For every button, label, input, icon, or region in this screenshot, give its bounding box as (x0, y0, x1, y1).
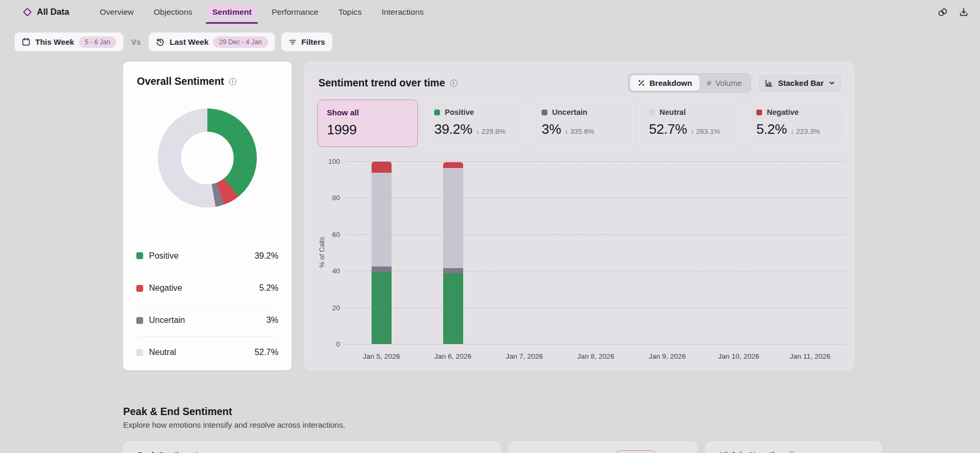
last-week-label: Last Week (169, 37, 208, 46)
tab-objections[interactable]: Objections (154, 0, 192, 24)
date-range-last-week-button[interactable]: Last Week 29 Dec - 4 Jan (148, 32, 275, 52)
legend-label: Uncertain (149, 316, 185, 325)
y-tick-label: 0 (336, 340, 340, 348)
tab-topics[interactable]: Topics (338, 0, 362, 24)
neutral-swatch (136, 349, 143, 356)
gridline: 0 (346, 344, 846, 344)
summary-card-uncertain[interactable]: Uncertain 3% ↓ 335.6% (532, 100, 633, 147)
peak-sentiment-card-title: Peak Sentiment (137, 450, 198, 453)
bar-segment-uncertain[interactable] (443, 268, 463, 273)
x-tick-label: Jan 10, 2026 (718, 352, 759, 360)
this-week-label: This Week (35, 37, 74, 46)
summary-card-positive[interactable]: Positive 39.2% ↓ 229.8% (425, 100, 525, 147)
app-name: All Data (37, 7, 69, 17)
volume-toggle-button[interactable]: # Volume (699, 75, 749, 91)
x-tick-label: Jan 8, 2026 (577, 352, 615, 360)
delta-badge: ↓ 335.6% (565, 127, 594, 135)
legend-label: Neutral (149, 348, 176, 357)
legend-row-uncertain[interactable]: Uncertain 3% (136, 304, 278, 336)
legend-label: Negative (149, 283, 182, 293)
gridline: 60 (346, 234, 846, 235)
stacked-bar-jan-6-2026[interactable] (443, 162, 463, 344)
last-week-range-badge: 29 Dec - 4 Jan (213, 36, 267, 48)
nav-actions (937, 6, 969, 18)
overall-sentiment-title: Overall Sentiment i (137, 75, 278, 87)
bar-segment-negative[interactable] (372, 162, 392, 174)
tab-interactions[interactable]: Interactions (382, 0, 424, 24)
high-in-negative-title: High in Negative (719, 450, 783, 453)
y-tick-label: 100 (328, 157, 340, 165)
y-tick-label: 40 (332, 267, 340, 275)
filters-button[interactable]: Filters (281, 32, 333, 52)
summary-card-negative[interactable]: Negative 5.2% ↓ 223.3% (747, 100, 847, 147)
stacked-bar-chart: % of Calls 020406080100Jan 5, 2026Jan 6,… (305, 159, 853, 364)
tab-sentiment[interactable]: Sentiment (212, 0, 252, 24)
bar-segment-negative[interactable] (443, 162, 463, 169)
summary-card-show-all[interactable]: Show all 1999 (317, 100, 418, 147)
uncertain-swatch (542, 110, 547, 115)
delta-badge: ↓ 229.8% (476, 127, 505, 135)
bar-segment-positive[interactable] (443, 273, 463, 344)
x-tick-label: Jan 11, 2026 (790, 352, 831, 360)
gridline: 20 (346, 308, 846, 308)
partial-action-button[interactable] (615, 450, 656, 453)
top-nav: All Data Overview Objections Sentiment P… (0, 0, 980, 24)
positive-swatch (434, 110, 440, 115)
filter-bar: This Week 5 - 6 Jan Vs Last Week 29 Dec … (14, 32, 333, 52)
chart-type-label: Stacked Bar (778, 78, 824, 87)
legend-value: 5.2% (259, 283, 278, 293)
tab-overview[interactable]: Overview (99, 0, 134, 24)
legend-row-neutral[interactable]: Neutral 52.7% (136, 336, 278, 368)
legend-value: 52.7% (255, 348, 278, 357)
bar-segment-neutral[interactable] (443, 169, 463, 268)
legend-label: Positive (149, 251, 178, 261)
info-icon[interactable]: i (229, 78, 236, 85)
sentiment-legend: Positive 39.2% Negative 5.2% Uncertain 3… (136, 240, 278, 368)
date-range-this-week-button[interactable]: This Week 5 - 6 Jan (14, 32, 124, 52)
trend-controls: Breakdown # Volume Stacked Bar (628, 73, 843, 93)
summary-card-neutral[interactable]: Neutral 52.7% ↓ 263.1% (639, 100, 740, 147)
bar-chart-icon (765, 79, 773, 87)
hash-icon: # (707, 78, 711, 87)
uncertain-swatch (136, 317, 143, 324)
high-in-positive-card: High in Positive i (508, 441, 697, 453)
x-tick-label: Jan 7, 2026 (506, 352, 543, 360)
filter-lines-icon (288, 38, 297, 46)
history-icon (156, 37, 165, 46)
legend-value: 3% (266, 316, 278, 325)
bar-segment-uncertain[interactable] (372, 267, 392, 272)
peak-end-title: Peak & End Sentiment (123, 406, 345, 418)
sentiment-trend-card: Sentiment trend over time i Breakdown # … (304, 62, 854, 370)
trend-summary-cards: Show all 1999 Positive 39.2% ↓ 229.8% Un… (317, 100, 847, 147)
donut-chart[interactable] (158, 109, 257, 208)
nav-tabs: Overview Objections Sentiment Performanc… (99, 0, 424, 24)
percent-icon (637, 79, 645, 87)
bar-segment-neutral[interactable] (372, 173, 392, 267)
x-tick-label: Jan 9, 2026 (648, 352, 686, 360)
app-brand[interactable]: All Data (24, 7, 69, 17)
calendar-icon (22, 37, 31, 46)
tab-performance[interactable]: Performance (272, 0, 318, 24)
info-icon[interactable]: i (450, 80, 457, 87)
chart-type-dropdown[interactable]: Stacked Bar (757, 73, 843, 93)
download-icon[interactable] (958, 6, 969, 18)
y-tick-label: 60 (332, 231, 340, 239)
legend-row-positive[interactable]: Positive 39.2% (136, 240, 278, 272)
delta-badge: ↓ 223.3% (791, 127, 820, 135)
legend-row-negative[interactable]: Negative 5.2% (136, 272, 278, 304)
peak-sentiment-card: Peak Sentiment (123, 441, 501, 453)
chevron-down-icon (828, 80, 835, 86)
positive-swatch (136, 252, 143, 259)
this-week-range-badge: 5 - 6 Jan (79, 36, 116, 48)
vs-label: Vs (132, 38, 141, 46)
copy-link-icon[interactable] (937, 6, 948, 18)
stacked-bar-jan-5-2026[interactable] (372, 162, 392, 344)
breakdown-toggle-button[interactable]: Breakdown (630, 75, 699, 91)
peak-end-subtitle: Explore how emotions intensify and resol… (123, 420, 345, 429)
y-tick-label: 80 (332, 194, 340, 202)
total-calls-value: 1999 (327, 122, 357, 138)
gridline: 80 (346, 198, 846, 198)
peak-end-section-header: Peak & End Sentiment Explore how emotion… (123, 406, 345, 429)
filters-label: Filters (302, 37, 325, 46)
bar-segment-positive[interactable] (372, 272, 392, 344)
